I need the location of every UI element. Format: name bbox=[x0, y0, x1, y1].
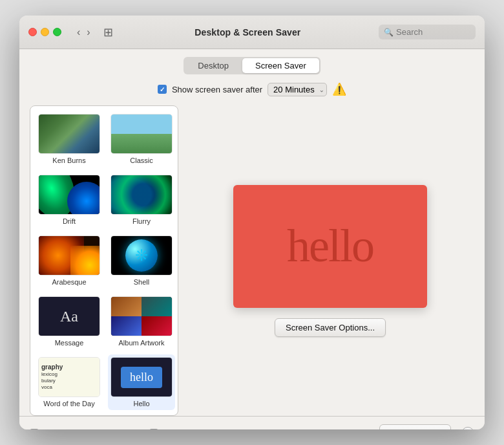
saver-thumb-drift bbox=[38, 175, 100, 215]
saver-label-album-artwork: Album Artwork bbox=[119, 339, 165, 347]
saver-item-drift[interactable]: Drift bbox=[36, 172, 103, 228]
forward-button[interactable]: › bbox=[84, 25, 92, 39]
saver-thumb-classic bbox=[110, 114, 173, 154]
saver-item-word-of-day[interactable]: graphy lexicog bulary voca Word of the D… bbox=[36, 354, 103, 410]
nav-buttons: ‹ › bbox=[74, 25, 93, 39]
show-clock-checkbox[interactable] bbox=[149, 429, 158, 430]
saver-label-shell: Shell bbox=[134, 278, 149, 286]
window-title: Desktop & Screen Saver bbox=[123, 27, 372, 38]
show-clock-text: Show with clock bbox=[162, 428, 222, 429]
main-area: Ken Burns Classic Drift bbox=[30, 105, 474, 416]
minimize-button[interactable] bbox=[41, 28, 49, 36]
grid-icon[interactable]: ⊞ bbox=[100, 24, 117, 41]
saver-item-ken-burns[interactable]: Ken Burns bbox=[36, 111, 103, 167]
saver-label-drift: Drift bbox=[63, 217, 76, 225]
saver-thumb-flurry bbox=[110, 175, 173, 215]
saver-label-word-of-day: Word of the Day bbox=[43, 400, 94, 407]
saver-item-shell[interactable]: Shell bbox=[108, 233, 175, 288]
screen-saver-options-button[interactable]: Screen Saver Options... bbox=[275, 318, 386, 337]
saver-thumb-hello: hello bbox=[110, 357, 173, 397]
tab-bar: Desktop Screen Saver bbox=[30, 57, 474, 74]
saver-item-album-artwork[interactable]: Album Artwork bbox=[108, 294, 175, 349]
random-saver-checkbox[interactable] bbox=[30, 429, 39, 430]
shell-decoration bbox=[125, 239, 158, 272]
album-q4 bbox=[142, 316, 172, 336]
show-saver-row: Show screen saver after 1 Minute 2 Minut… bbox=[30, 82, 474, 96]
saver-thumb-message: Aa bbox=[38, 296, 100, 336]
hello-badge-label: hello bbox=[121, 367, 162, 388]
saver-label-hello: Hello bbox=[133, 400, 149, 407]
saver-label-classic: Classic bbox=[130, 157, 152, 164]
tab-screensaver[interactable]: Screen Saver bbox=[242, 58, 319, 73]
saver-thumb-arabesque bbox=[38, 235, 100, 276]
search-icon: 🔍 bbox=[384, 28, 394, 37]
tab-group: Desktop Screen Saver bbox=[184, 57, 320, 74]
saver-label-arabesque: Arabesque bbox=[52, 278, 86, 286]
title-bar: ‹ › ⊞ Desktop & Screen Saver 🔍 bbox=[19, 16, 485, 49]
show-saver-label: Show screen saver after bbox=[172, 85, 262, 94]
warning-icon: ⚠️ bbox=[332, 82, 346, 96]
traffic-lights bbox=[28, 28, 61, 36]
help-button[interactable]: ? bbox=[461, 427, 474, 430]
random-saver-label[interactable]: Use random screen saver bbox=[30, 428, 139, 429]
back-button[interactable]: ‹ bbox=[74, 25, 83, 39]
random-saver-text: Use random screen saver bbox=[43, 428, 139, 429]
saver-thumb-word-of-day: graphy lexicog bulary voca bbox=[38, 357, 100, 397]
saver-item-hello[interactable]: hello Hello bbox=[108, 354, 175, 410]
saver-item-classic[interactable]: Classic bbox=[108, 111, 175, 167]
tab-desktop[interactable]: Desktop bbox=[185, 58, 242, 73]
main-window: ‹ › ⊞ Desktop & Screen Saver 🔍 Desktop S… bbox=[19, 16, 485, 429]
saver-grid: Ken Burns Classic Drift bbox=[36, 111, 173, 410]
content-area: Desktop Screen Saver Show screen saver a… bbox=[19, 49, 485, 416]
preview-panel: hello Screen Saver Options... bbox=[186, 105, 474, 416]
preview-screen: hello bbox=[233, 185, 427, 308]
saver-item-arabesque[interactable]: Arabesque bbox=[36, 233, 103, 288]
preview-hello-text: hello bbox=[287, 219, 373, 273]
bottom-bar: Use random screen saver Show with clock … bbox=[19, 416, 485, 429]
maximize-button[interactable] bbox=[53, 28, 61, 36]
saver-thumb-ken-burns bbox=[38, 114, 100, 154]
album-q3 bbox=[111, 316, 142, 336]
saver-thumb-shell bbox=[110, 235, 173, 276]
time-select[interactable]: 1 Minute 2 Minutes 5 Minutes 10 Minutes … bbox=[268, 83, 327, 96]
saver-thumb-album-artwork bbox=[110, 296, 173, 336]
close-button[interactable] bbox=[28, 28, 37, 36]
show-clock-label[interactable]: Show with clock bbox=[149, 428, 222, 429]
album-q1 bbox=[111, 297, 142, 316]
search-box[interactable]: 🔍 bbox=[379, 25, 476, 39]
show-saver-checkbox[interactable] bbox=[158, 85, 167, 94]
saver-label-ken-burns: Ken Burns bbox=[52, 157, 85, 164]
saver-list-panel[interactable]: Ken Burns Classic Drift bbox=[30, 105, 178, 416]
saver-label-message: Message bbox=[55, 339, 84, 347]
search-input[interactable] bbox=[396, 27, 467, 37]
hot-corners-button[interactable]: Hot Corners... bbox=[379, 424, 451, 429]
time-select-wrapper[interactable]: 1 Minute 2 Minutes 5 Minutes 10 Minutes … bbox=[268, 83, 327, 96]
saver-item-flurry[interactable]: Flurry bbox=[108, 172, 175, 228]
saver-item-message[interactable]: Aa Message bbox=[36, 294, 103, 349]
saver-label-flurry: Flurry bbox=[132, 217, 151, 225]
album-q2 bbox=[142, 297, 172, 316]
